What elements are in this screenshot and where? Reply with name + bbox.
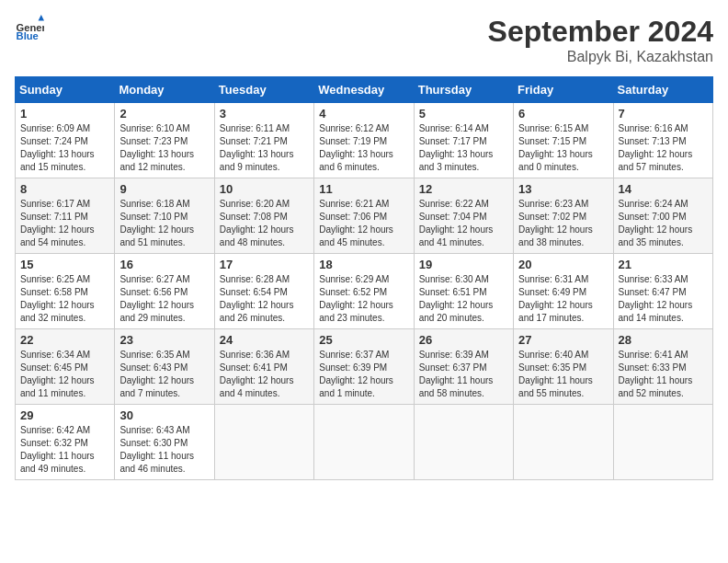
- day-number: 23: [119, 333, 209, 347]
- cell-info: Sunrise: 6:34 AMSunset: 6:45 PMDaylight:…: [20, 349, 109, 400]
- cell-info: Sunrise: 6:18 AMSunset: 7:10 PMDaylight:…: [119, 198, 209, 249]
- cell-info: Sunrise: 6:10 AMSunset: 7:23 PMDaylight:…: [119, 122, 209, 174]
- cell-info: Sunrise: 6:30 AMSunset: 6:51 PMDaylight:…: [419, 273, 508, 325]
- title-block: September 2024 Balpyk Bi, Kazakhstan: [488, 15, 713, 65]
- calendar-cell: 27Sunrise: 6:40 AMSunset: 6:35 PMDayligh…: [514, 329, 613, 405]
- day-number: 29: [20, 408, 109, 422]
- cell-info: Sunrise: 6:11 AMSunset: 7:21 PMDaylight:…: [220, 122, 309, 174]
- cell-info: Sunrise: 6:40 AMSunset: 6:35 PMDaylight:…: [518, 349, 608, 400]
- day-number: 4: [319, 107, 408, 121]
- cell-info: Sunrise: 6:41 AMSunset: 6:33 PMDaylight:…: [619, 349, 708, 400]
- calendar-header-row: SundayMondayTuesdayWednesdayThursdayFrid…: [16, 77, 713, 103]
- cell-info: Sunrise: 6:14 AMSunset: 7:17 PMDaylight:…: [419, 122, 508, 174]
- day-number: 24: [220, 333, 309, 347]
- page-header: General Blue September 2024 Balpyk Bi, K…: [15, 15, 713, 65]
- day-number: 16: [119, 258, 209, 271]
- calendar-cell: 9Sunrise: 6:18 AMSunset: 7:10 PMDaylight…: [115, 178, 214, 254]
- calendar-cell: 26Sunrise: 6:39 AMSunset: 6:37 PMDayligh…: [414, 329, 513, 405]
- day-number: 22: [20, 333, 109, 347]
- col-header-tuesday: Tuesday: [214, 77, 313, 103]
- calendar-cell: [214, 405, 313, 480]
- day-number: 10: [220, 182, 309, 196]
- cell-info: Sunrise: 6:39 AMSunset: 6:37 PMDaylight:…: [419, 349, 508, 400]
- day-number: 17: [220, 258, 309, 271]
- calendar-cell: 17Sunrise: 6:28 AMSunset: 6:54 PMDayligh…: [214, 254, 313, 329]
- week-row-3: 15Sunrise: 6:25 AMSunset: 6:58 PMDayligh…: [16, 254, 713, 329]
- cell-info: Sunrise: 6:09 AMSunset: 7:24 PMDaylight:…: [20, 122, 109, 174]
- day-number: 9: [119, 182, 209, 196]
- cell-info: Sunrise: 6:23 AMSunset: 7:02 PMDaylight:…: [518, 198, 608, 249]
- calendar-cell: 21Sunrise: 6:33 AMSunset: 6:47 PMDayligh…: [613, 254, 712, 329]
- calendar-cell: 18Sunrise: 6:29 AMSunset: 6:52 PMDayligh…: [314, 254, 414, 329]
- cell-info: Sunrise: 6:22 AMSunset: 7:04 PMDaylight:…: [419, 198, 508, 249]
- cell-info: Sunrise: 6:35 AMSunset: 6:43 PMDaylight:…: [119, 349, 209, 400]
- calendar-cell: 16Sunrise: 6:27 AMSunset: 6:56 PMDayligh…: [115, 254, 214, 329]
- calendar-cell: 10Sunrise: 6:20 AMSunset: 7:08 PMDayligh…: [214, 178, 313, 254]
- calendar-cell: 20Sunrise: 6:31 AMSunset: 6:49 PMDayligh…: [514, 254, 613, 329]
- cell-info: Sunrise: 6:28 AMSunset: 6:54 PMDaylight:…: [220, 273, 309, 325]
- location-subtitle: Balpyk Bi, Kazakhstan: [488, 49, 713, 65]
- cell-info: Sunrise: 6:25 AMSunset: 6:58 PMDaylight:…: [20, 273, 109, 325]
- logo: General Blue: [15, 15, 44, 44]
- calendar-cell: [613, 405, 712, 480]
- calendar-cell: 4Sunrise: 6:12 AMSunset: 7:19 PMDaylight…: [314, 103, 414, 178]
- cell-info: Sunrise: 6:37 AMSunset: 6:39 PMDaylight:…: [319, 349, 408, 400]
- day-number: 20: [518, 258, 608, 271]
- cell-info: Sunrise: 6:12 AMSunset: 7:19 PMDaylight:…: [319, 122, 408, 174]
- svg-text:Blue: Blue: [17, 30, 39, 41]
- calendar-cell: 12Sunrise: 6:22 AMSunset: 7:04 PMDayligh…: [414, 178, 513, 254]
- day-number: 19: [419, 258, 508, 271]
- day-number: 30: [119, 408, 209, 422]
- calendar-table: SundayMondayTuesdayWednesdayThursdayFrid…: [15, 76, 713, 480]
- calendar-cell: 2Sunrise: 6:10 AMSunset: 7:23 PMDaylight…: [115, 103, 214, 178]
- calendar-cell: 3Sunrise: 6:11 AMSunset: 7:21 PMDaylight…: [214, 103, 313, 178]
- day-number: 18: [319, 258, 408, 271]
- day-number: 11: [319, 182, 408, 196]
- cell-info: Sunrise: 6:17 AMSunset: 7:11 PMDaylight:…: [20, 198, 109, 249]
- month-title: September 2024: [488, 15, 713, 49]
- col-header-friday: Friday: [514, 77, 613, 103]
- day-number: 25: [319, 333, 408, 347]
- week-row-5: 29Sunrise: 6:42 AMSunset: 6:32 PMDayligh…: [16, 405, 713, 480]
- calendar-cell: 8Sunrise: 6:17 AMSunset: 7:11 PMDaylight…: [16, 178, 115, 254]
- cell-info: Sunrise: 6:24 AMSunset: 7:00 PMDaylight:…: [619, 198, 708, 249]
- day-number: 8: [20, 182, 109, 196]
- day-number: 26: [419, 333, 508, 347]
- calendar-cell: 29Sunrise: 6:42 AMSunset: 6:32 PMDayligh…: [16, 405, 115, 480]
- calendar-cell: 1Sunrise: 6:09 AMSunset: 7:24 PMDaylight…: [16, 103, 115, 178]
- calendar-cell: 13Sunrise: 6:23 AMSunset: 7:02 PMDayligh…: [514, 178, 613, 254]
- cell-info: Sunrise: 6:36 AMSunset: 6:41 PMDaylight:…: [220, 349, 309, 400]
- cell-info: Sunrise: 6:31 AMSunset: 6:49 PMDaylight:…: [518, 273, 608, 325]
- cell-info: Sunrise: 6:20 AMSunset: 7:08 PMDaylight:…: [220, 198, 309, 249]
- calendar-body: 1Sunrise: 6:09 AMSunset: 7:24 PMDaylight…: [16, 103, 713, 480]
- day-number: 28: [619, 333, 708, 347]
- logo-icon: General Blue: [15, 15, 44, 44]
- cell-info: Sunrise: 6:15 AMSunset: 7:15 PMDaylight:…: [518, 122, 608, 174]
- calendar-cell: 19Sunrise: 6:30 AMSunset: 6:51 PMDayligh…: [414, 254, 513, 329]
- calendar-cell: 11Sunrise: 6:21 AMSunset: 7:06 PMDayligh…: [314, 178, 414, 254]
- calendar-cell: 22Sunrise: 6:34 AMSunset: 6:45 PMDayligh…: [16, 329, 115, 405]
- day-number: 15: [20, 258, 109, 271]
- day-number: 7: [619, 107, 708, 121]
- week-row-4: 22Sunrise: 6:34 AMSunset: 6:45 PMDayligh…: [16, 329, 713, 405]
- col-header-sunday: Sunday: [16, 77, 115, 103]
- col-header-thursday: Thursday: [414, 77, 513, 103]
- day-number: 14: [619, 182, 708, 196]
- day-number: 5: [419, 107, 508, 121]
- calendar-cell: 14Sunrise: 6:24 AMSunset: 7:00 PMDayligh…: [613, 178, 712, 254]
- calendar-cell: 6Sunrise: 6:15 AMSunset: 7:15 PMDaylight…: [514, 103, 613, 178]
- day-number: 27: [518, 333, 608, 347]
- cell-info: Sunrise: 6:43 AMSunset: 6:30 PMDaylight:…: [119, 424, 209, 476]
- calendar-cell: 23Sunrise: 6:35 AMSunset: 6:43 PMDayligh…: [115, 329, 214, 405]
- day-number: 6: [518, 107, 608, 121]
- day-number: 1: [20, 107, 109, 121]
- week-row-1: 1Sunrise: 6:09 AMSunset: 7:24 PMDaylight…: [16, 103, 713, 178]
- calendar-cell: [414, 405, 513, 480]
- calendar-cell: 5Sunrise: 6:14 AMSunset: 7:17 PMDaylight…: [414, 103, 513, 178]
- day-number: 21: [619, 258, 708, 271]
- calendar-cell: 24Sunrise: 6:36 AMSunset: 6:41 PMDayligh…: [214, 329, 313, 405]
- day-number: 12: [419, 182, 508, 196]
- cell-info: Sunrise: 6:33 AMSunset: 6:47 PMDaylight:…: [619, 273, 708, 325]
- day-number: 3: [220, 107, 309, 121]
- week-row-2: 8Sunrise: 6:17 AMSunset: 7:11 PMDaylight…: [16, 178, 713, 254]
